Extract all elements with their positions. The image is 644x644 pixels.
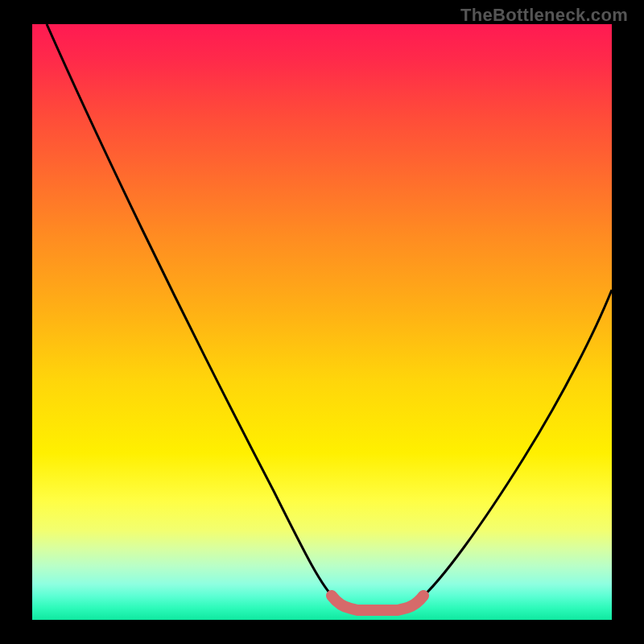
chart-frame: TheBottleneck.com	[0, 0, 644, 644]
plot-area	[32, 24, 612, 620]
bottleneck-curve	[47, 24, 612, 610]
curve-layer	[32, 24, 612, 620]
optimal-band	[332, 596, 423, 610]
watermark-text: TheBottleneck.com	[460, 5, 628, 26]
